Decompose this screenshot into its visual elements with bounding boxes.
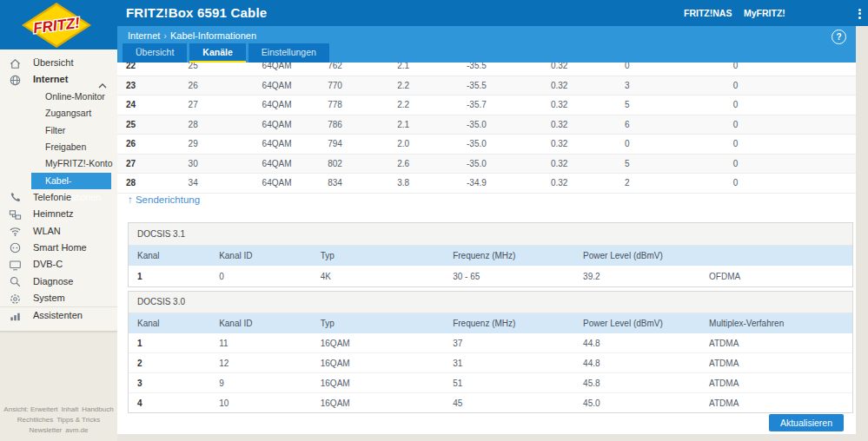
table-cell: 12 [219, 353, 321, 373]
sidebar-item-wlan[interactable]: WLAN [0, 223, 117, 240]
sidebar-item-freigaben[interactable]: Freigaben [0, 139, 117, 155]
footer-link-newsletter[interactable]: Newsletter [29, 426, 62, 434]
table-cell: 30 - 65 [453, 266, 583, 286]
table-cell: 9 [219, 373, 321, 393]
breadcrumb: Internet›Kabel-Informationen [128, 30, 256, 41]
kebab-menu-icon[interactable] [855, 7, 864, 21]
table-cell: 64QAM [262, 95, 328, 115]
table-cell: -35.5 [467, 63, 551, 76]
column-header: Power Level (dBmV) [583, 246, 709, 266]
globe-icon [9, 74, 22, 87]
sidebar-item-telefonie[interactable]: Telefonie [0, 189, 117, 206]
sidebar-item-diagnose[interactable]: Diagnose [0, 273, 117, 290]
docsis30-table: DOCSIS 3.0 KanalKanal IDTypFrequenz (MHz… [128, 291, 853, 413]
table-cell: 2 [625, 174, 733, 194]
column-header: Frequenz (MHz) [453, 313, 583, 333]
upstream-section-heading: ↑ Senderichtung [128, 194, 200, 205]
tab-uebersicht[interactable]: Übersicht [123, 43, 187, 63]
table-cell: 28 [117, 174, 189, 194]
column-header: Typ [321, 246, 453, 266]
myfritz-link[interactable]: MyFRITZ! [744, 8, 785, 18]
table-cell: 762 [328, 63, 397, 76]
sidebar-item-assistenten[interactable]: Assistenten [0, 306, 117, 324]
table-cell: 34 [189, 174, 262, 194]
table-cell: 2.2 [397, 76, 467, 95]
table-cell: 778 [328, 95, 397, 115]
sidebar-item-zugangsart[interactable]: Zugangsart [0, 105, 117, 122]
sidebar-item-internet[interactable]: Internet [0, 71, 117, 88]
table-cell: 4 [129, 393, 219, 413]
sidebar-item-filter[interactable]: Filter [0, 122, 117, 139]
breadcrumb-page: Kabel-Informationen [170, 30, 256, 41]
column-header: Kanal ID [219, 313, 321, 333]
fritz-logo: FRITZ! [21, 2, 92, 49]
table-cell: 26 [117, 135, 189, 155]
table-cell: -35.0 [467, 115, 551, 135]
sidebar-item-dvb-c[interactable]: DVB-C [0, 256, 117, 273]
table-cell: 64QAM [262, 63, 328, 76]
sidebar-menu: Übersicht Internet Online-Monitor Zugang… [0, 49, 117, 332]
table-cell: 0 [733, 135, 856, 155]
table-row: 3916QAM5145.8ATDMA [129, 373, 852, 393]
tab-kanaele[interactable]: Kanäle [189, 43, 245, 63]
table-cell: 0.32 [551, 95, 625, 115]
top-bar: FRITZ!Box 6591 Cable FRITZ!NAS MyFRITZ! [0, 0, 868, 26]
table-row: 273064QAM8022.6-35.00.3250 [117, 154, 856, 174]
table-cell: 0 [219, 266, 321, 286]
table-header-row: KanalKanal IDTypFrequenz (MHz)Power Leve… [129, 313, 852, 333]
table-cell: 45.8 [583, 373, 709, 393]
table-cell: 0 [733, 95, 856, 115]
footer-link-avmde[interactable]: avm.de [65, 426, 88, 434]
breadcrumb-section[interactable]: Internet [128, 30, 160, 41]
table-cell: 2.2 [397, 95, 467, 115]
table-cell: ATDMA [709, 373, 852, 393]
table-cell: 64QAM [262, 115, 328, 135]
sidebar-item-system[interactable]: System [0, 290, 117, 306]
table-cell: 39.2 [583, 266, 709, 286]
table-cell: 0 [733, 174, 856, 194]
breadcrumb-separator-icon: › [160, 30, 170, 41]
sidebar-item-kabel-informationen[interactable]: Kabel-Informationen [31, 173, 111, 189]
sidebar-item-myfritz-konto[interactable]: MyFRITZ!-Konto [0, 155, 117, 172]
downstream-channel-table: 222564QAM7622.1-35.50.3200232664QAM7702.… [117, 63, 856, 194]
tab-bar: Übersicht Kanäle Einstellungen [123, 43, 329, 63]
refresh-button[interactable]: Aktualisieren [769, 414, 844, 431]
table-cell: 24 [117, 95, 189, 115]
help-icon[interactable]: ? [832, 30, 846, 44]
table-cell: 64QAM [262, 76, 328, 95]
fritznas-link[interactable]: FRITZ!NAS [684, 8, 732, 18]
tab-einstellungen[interactable]: Einstellungen [248, 43, 329, 63]
table-cell: 11 [219, 333, 321, 353]
table-cell: 30 [189, 154, 262, 174]
gear-icon [9, 293, 22, 306]
table-cell: 27 [189, 95, 262, 115]
table-cell: ATDMA [709, 393, 852, 413]
docsis31-label: DOCSIS 3.1 [129, 223, 852, 246]
table-cell: 45 [453, 393, 583, 413]
sidebar-item-uebersicht[interactable]: Übersicht [0, 55, 117, 71]
sidebar-footer: Ansicht: ErweitertInhaltHandbuch Rechtli… [0, 405, 117, 436]
sidebar-item-heimnetz[interactable]: Heimnetz [0, 206, 117, 222]
footer-link-inhalt[interactable]: Inhalt [62, 405, 79, 413]
footer-link-handbuch[interactable]: Handbuch [82, 405, 113, 413]
table-row: 41016QAM4545.0ATDMA [129, 393, 852, 413]
table-cell: 786 [328, 115, 397, 135]
chevron-up-icon[interactable] [98, 77, 107, 94]
footer-link-rechtliches[interactable]: Rechtliches [17, 416, 53, 424]
column-header: Power Level (dBmV) [583, 313, 709, 333]
table-cell: 3 [129, 373, 219, 393]
table-cell: 2.0 [397, 135, 467, 155]
table-cell: 64QAM [262, 135, 328, 155]
table-cell: 22 [117, 63, 189, 76]
table-cell: 16QAM [321, 393, 453, 413]
table-cell: -35.0 [467, 135, 551, 155]
table-cell: 0 [625, 135, 733, 155]
footer-link-ansicht[interactable]: Ansicht: Erweitert [3, 405, 57, 413]
table-cell: 44.8 [583, 333, 709, 353]
column-header: Kanal ID [219, 246, 321, 266]
sidebar-item-smart-home[interactable]: Smart Home [0, 240, 117, 256]
footer-link-tipps[interactable]: Tipps & Tricks [56, 416, 100, 424]
table-cell: 37 [453, 333, 583, 353]
table-cell: 16QAM [321, 373, 453, 393]
table-cell: 802 [328, 154, 397, 174]
